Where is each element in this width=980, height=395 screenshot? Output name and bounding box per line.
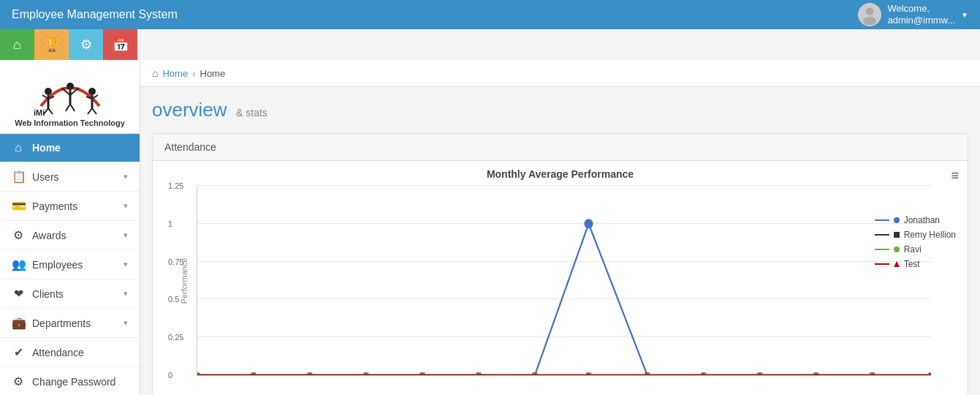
award-toolbar-btn[interactable]: 🏆 (34, 29, 69, 60)
calendar-toolbar-btn[interactable]: 📅 (103, 29, 137, 60)
legend-item-ravi: Ravi (875, 244, 956, 255)
svg-line-12 (66, 104, 70, 111)
svg-line-13 (70, 104, 75, 111)
legend-label-jonathan: Jonathan (904, 215, 940, 225)
sidebar-item-attendance[interactable]: ✔ Attendance (0, 338, 140, 367)
svg-point-14 (88, 88, 96, 95)
sidebar-item-departments-label: Departments (32, 317, 124, 329)
attendance-icon: ✔ (12, 345, 25, 359)
clients-icon: ❤ (12, 287, 25, 301)
sidebar-item-payments-label: Payments (32, 200, 124, 212)
chevron-icon: ▾ (124, 318, 128, 328)
breadcrumb-home-icon: ⌂ (152, 67, 158, 79)
chart-area: Monthly Average Performance ≡ Performanc… (153, 161, 968, 395)
chart-section-title: Attendance (153, 134, 968, 161)
departments-icon: 💼 (12, 316, 25, 330)
breadcrumb: ⌂ Home › Home (140, 60, 980, 87)
svg-line-19 (92, 108, 96, 114)
chevron-icon: ▾ (124, 172, 128, 181)
main-layout: iMi Web Information Technology ⌂ Home 📋 … (0, 60, 980, 395)
chevron-icon: ▾ (124, 201, 128, 211)
chart-wrapper: Performance 1.25 1 (153, 186, 968, 376)
chart-inner: 1.25 1 0.75 0.5 (197, 186, 931, 376)
sidebar: iMi Web Information Technology ⌂ Home 📋 … (0, 60, 140, 395)
sidebar-item-awards-label: Awards (32, 230, 124, 241)
payments-icon: 💳 (12, 199, 25, 213)
chevron-down-icon: ▼ (961, 11, 968, 19)
home-toolbar-btn[interactable]: ⌂ (0, 29, 34, 60)
change-password-icon: ⚙ (12, 375, 25, 388)
sidebar-item-clients[interactable]: ❤ Clients ▾ (0, 279, 140, 309)
svg-line-18 (88, 108, 92, 114)
sidebar-nav: ⌂ Home 📋 Users ▾ 💳 Payments ▾ ⚙ Awards ▾… (0, 134, 140, 395)
chart-card: Attendance Monthly Average Performance ≡… (152, 133, 968, 395)
svg-point-21 (585, 219, 593, 228)
welcome-text: Welcome, admin@immw... (887, 3, 955, 26)
sidebar-logo: iMi Web Information Technology (0, 60, 140, 134)
legend-item-test: Test (875, 259, 956, 269)
employees-icon: 👥 (12, 257, 25, 271)
sidebar-item-home[interactable]: ⌂ Home (0, 134, 140, 162)
sidebar-item-change-password-label: Change Password (32, 376, 128, 388)
sidebar-item-home-label: Home (32, 142, 128, 154)
chart-title: Monthly Average Performance (153, 168, 968, 180)
legend-label-remy: Remy Hellion (904, 230, 956, 240)
icon-toolbar: ⌂ 🏆 ⚙ 📅 (0, 29, 980, 60)
sidebar-item-payments[interactable]: 💳 Payments ▾ (0, 192, 140, 221)
breadcrumb-home-link[interactable]: Home (162, 68, 188, 79)
overview-title: overview (152, 99, 227, 121)
awards-icon: ⚙ (12, 228, 25, 242)
legend-item-remy: Remy Hellion (875, 230, 956, 240)
settings-toolbar-btn[interactable]: ⚙ (69, 29, 103, 60)
logo-text: Web Information Technology (15, 118, 125, 127)
legend-label-ravi: Ravi (904, 244, 922, 255)
app-title: Employee Management System (12, 8, 178, 21)
top-header: Employee Management System Welcome, admi… (0, 0, 980, 29)
sidebar-item-users-label: Users (32, 171, 124, 183)
sidebar-item-attendance-label: Attendance (32, 347, 128, 358)
svg-text:iMi: iMi (34, 108, 45, 117)
svg-line-7 (48, 108, 53, 114)
chevron-icon: ▾ (124, 289, 128, 298)
svg-point-1 (864, 17, 877, 25)
sidebar-item-awards[interactable]: ⚙ Awards ▾ (0, 221, 140, 250)
sidebar-item-users[interactable]: 📋 Users ▾ (0, 162, 140, 192)
legend-item-jonathan: Jonathan (875, 215, 956, 225)
svg-point-8 (67, 83, 74, 90)
sidebar-item-employees[interactable]: 👥 Employees ▾ (0, 250, 140, 279)
sidebar-item-employees-label: Employees (32, 259, 124, 271)
breadcrumb-separator: › (192, 68, 195, 79)
legend-label-test: Test (904, 259, 920, 269)
chart-svg (197, 186, 931, 375)
content-area: ⌂ Home › Home overview & stats Attendanc… (140, 60, 980, 395)
logo-image: iMi (26, 66, 114, 117)
breadcrumb-current: Home (200, 68, 226, 79)
home-icon: ⌂ (12, 141, 25, 154)
avatar (858, 3, 881, 26)
chart-menu-icon[interactable]: ≡ (951, 168, 959, 184)
sidebar-item-departments[interactable]: 💼 Departments ▾ (0, 309, 140, 338)
overview-heading: overview & stats (152, 99, 968, 121)
content-body: overview & stats Attendance Monthly Aver… (140, 87, 980, 395)
sidebar-item-change-password[interactable]: ⚙ Change Password (0, 367, 140, 395)
chevron-icon: ▾ (124, 260, 128, 269)
users-icon: 📋 (12, 170, 25, 184)
svg-point-0 (866, 7, 874, 15)
svg-point-2 (45, 88, 52, 95)
user-menu[interactable]: Welcome, admin@immw... ▼ (858, 3, 968, 26)
sidebar-item-clients-label: Clients (32, 288, 124, 300)
chevron-icon: ▾ (124, 230, 128, 240)
chart-legend: Jonathan Remy Hellion Ravi (875, 215, 956, 269)
overview-subtitle: & stats (236, 107, 267, 118)
